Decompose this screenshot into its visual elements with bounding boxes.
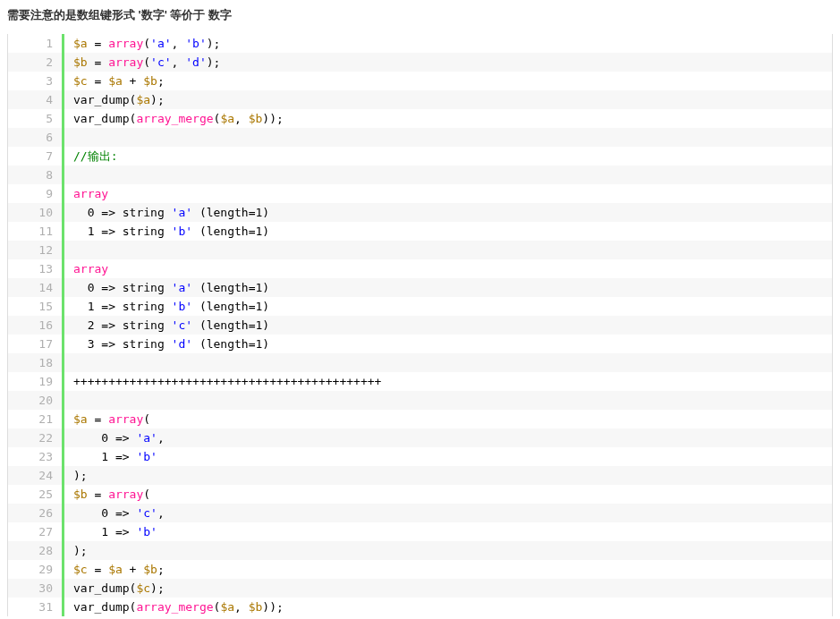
code-line: 15 1 => string 'b' (length=1) (8, 297, 832, 316)
line-number: 20 (8, 391, 64, 410)
code-line: 22 0 => 'a', (8, 428, 832, 447)
code-line: 25$b = array( (8, 485, 832, 504)
line-number: 7 (8, 147, 64, 165)
line-number: 23 (8, 447, 64, 466)
code-line: 24); (8, 466, 832, 485)
code-content: $b = array('c', 'd'); (64, 53, 832, 72)
code-line: 4var_dump($a); (8, 90, 832, 109)
line-number: 22 (8, 428, 64, 447)
code-line: 28); (8, 541, 832, 560)
code-content: var_dump(array_merge($a, $b)); (64, 598, 832, 616)
code-line: 10 0 => string 'a' (length=1) (8, 203, 832, 222)
code-line: 1$a = array('a', 'b'); (8, 34, 832, 53)
code-content (64, 241, 832, 259)
code-content: $b = array( (64, 485, 832, 504)
code-content: $a = array( (64, 410, 832, 428)
code-block: 1$a = array('a', 'b');2$b = array('c', '… (7, 34, 833, 616)
line-number: 1 (8, 34, 64, 53)
line-number: 5 (8, 109, 64, 128)
line-number: 24 (8, 466, 64, 485)
line-number: 30 (8, 579, 64, 598)
code-line: 12 (8, 241, 832, 259)
code-line: 27 1 => 'b' (8, 522, 832, 541)
code-line: 26 0 => 'c', (8, 504, 832, 522)
code-content: 0 => 'a', (64, 428, 832, 447)
code-line: 2$b = array('c', 'd'); (8, 53, 832, 72)
line-number: 31 (8, 598, 64, 616)
code-line: 31var_dump(array_merge($a, $b)); (8, 598, 832, 616)
code-content: 0 => 'c', (64, 504, 832, 522)
code-content: 0 => string 'a' (length=1) (64, 203, 832, 222)
page-title: 需要注意的是数组键形式 '数字' 等价于 数字 (7, 7, 833, 23)
code-content: 1 => string 'b' (length=1) (64, 297, 832, 316)
code-content (64, 128, 832, 147)
line-number: 9 (8, 184, 64, 203)
code-content: $c = $a + $b; (64, 72, 832, 90)
code-line: 5var_dump(array_merge($a, $b)); (8, 109, 832, 128)
code-content: ); (64, 541, 832, 560)
line-number: 4 (8, 90, 64, 109)
code-content: var_dump($c); (64, 579, 832, 598)
code-line: 29$c = $a + $b; (8, 560, 832, 579)
line-number: 19 (8, 372, 64, 391)
line-number: 8 (8, 165, 64, 184)
line-number: 3 (8, 72, 64, 90)
code-line: 23 1 => 'b' (8, 447, 832, 466)
line-number: 26 (8, 504, 64, 522)
code-line: 8 (8, 165, 832, 184)
line-number: 15 (8, 297, 64, 316)
code-content: //输出: (64, 147, 832, 165)
code-content: ++++++++++++++++++++++++++++++++++++++++… (64, 372, 832, 391)
line-number: 6 (8, 128, 64, 147)
code-content: 3 => string 'd' (length=1) (64, 335, 832, 353)
line-number: 12 (8, 241, 64, 259)
line-number: 11 (8, 222, 64, 241)
code-line: 30var_dump($c); (8, 579, 832, 598)
code-line: 3$c = $a + $b; (8, 72, 832, 90)
code-content: 1 => 'b' (64, 522, 832, 541)
line-number: 13 (8, 259, 64, 278)
code-content: array (64, 184, 832, 203)
code-line: 18 (8, 353, 832, 372)
code-line: 17 3 => string 'd' (length=1) (8, 335, 832, 353)
line-number: 17 (8, 335, 64, 353)
code-line: 9array (8, 184, 832, 203)
code-line: 20 (8, 391, 832, 410)
line-number: 21 (8, 410, 64, 428)
code-line: 13array (8, 259, 832, 278)
code-line: 7//输出: (8, 147, 832, 165)
line-number: 25 (8, 485, 64, 504)
code-content: 0 => string 'a' (length=1) (64, 278, 832, 297)
code-line: 19++++++++++++++++++++++++++++++++++++++… (8, 372, 832, 391)
code-content: ); (64, 466, 832, 485)
line-number: 27 (8, 522, 64, 541)
code-line: 21$a = array( (8, 410, 832, 428)
code-content: var_dump($a); (64, 90, 832, 109)
line-number: 28 (8, 541, 64, 560)
code-content (64, 391, 832, 410)
code-content: $a = array('a', 'b'); (64, 34, 832, 53)
line-number: 10 (8, 203, 64, 222)
line-number: 16 (8, 316, 64, 335)
code-content: 2 => string 'c' (length=1) (64, 316, 832, 335)
code-content: 1 => 'b' (64, 447, 832, 466)
code-content (64, 165, 832, 184)
line-number: 29 (8, 560, 64, 579)
code-line: 16 2 => string 'c' (length=1) (8, 316, 832, 335)
line-number: 2 (8, 53, 64, 72)
code-content (64, 353, 832, 372)
code-line: 14 0 => string 'a' (length=1) (8, 278, 832, 297)
line-number: 14 (8, 278, 64, 297)
code-content: var_dump(array_merge($a, $b)); (64, 109, 832, 128)
code-line: 11 1 => string 'b' (length=1) (8, 222, 832, 241)
code-content: $c = $a + $b; (64, 560, 832, 579)
code-content: array (64, 259, 832, 278)
line-number: 18 (8, 353, 64, 372)
code-line: 6 (8, 128, 832, 147)
code-content: 1 => string 'b' (length=1) (64, 222, 832, 241)
